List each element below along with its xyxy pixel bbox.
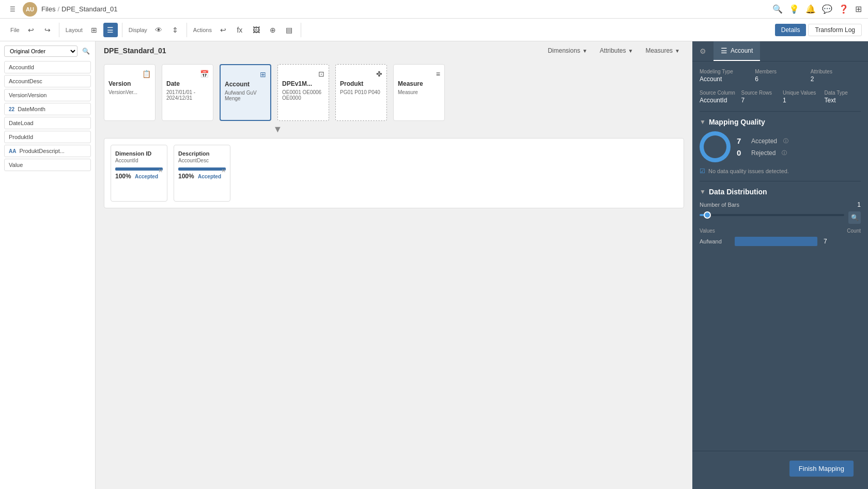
mapping-card-title: Dimension ID — [115, 150, 163, 157]
mapping-area: Dimension ID AccountId ✕ 100% Accepted D… — [104, 138, 684, 208]
list-view-button[interactable]: ☰ — [103, 23, 118, 37]
dpev1m-card[interactable]: ⊡ DPEv1M... OE0001 OE0006 OE0000 — [277, 64, 329, 121]
info-grid-1: Modeling Type Account Members 6 Attribut… — [700, 69, 861, 83]
version-card[interactable]: 📋 Version VersionVer... — [104, 64, 156, 121]
version-card-title: Version — [109, 80, 151, 87]
number-of-bars-value: 1 — [857, 201, 861, 208]
quality-circle — [700, 131, 731, 162]
details-tab-icon: ☰ — [721, 47, 727, 55]
redo-button[interactable]: ↪ — [40, 23, 55, 37]
source-rows-item: Source Rows 7 — [741, 90, 778, 104]
no-issues-row: ☑ No data quality issues detected. — [700, 167, 861, 175]
measures-filter[interactable]: Measures ▼ — [641, 45, 684, 56]
action-back-button[interactable]: ↩ — [216, 23, 230, 37]
attributes-filter[interactable]: Attributes ▼ — [596, 45, 638, 56]
datemonth-badge: 22 — [9, 106, 14, 112]
measures-arrow-icon: ▼ — [675, 48, 680, 54]
accepted-count: 7 — [737, 136, 747, 145]
measure-card-title: Measure — [398, 80, 440, 87]
rejected-info-icon: ⓘ — [782, 149, 787, 157]
sidebar-item-produktdescript[interactable]: AA ProduktDescript... — [4, 145, 91, 157]
sidebar-item-accountid[interactable]: AccountId — [4, 61, 91, 73]
mapping-quality-header[interactable]: ▼ Mapping Quality — [700, 118, 861, 126]
modeling-type-label: Modeling Type — [700, 69, 750, 74]
settings-tab-icon: ⚙ — [700, 47, 706, 55]
info-grid-2: Source Column AccountId Source Rows 7 Un… — [700, 90, 861, 104]
table-button[interactable]: ▤ — [282, 23, 297, 37]
members-label: Members — [755, 69, 805, 74]
mapping-card-description[interactable]: Description AccountDesc ✕ 100% Accepted — [174, 145, 230, 202]
apps-icon[interactable]: ⊞ — [855, 4, 862, 14]
checkbox-icon: ☑ — [700, 167, 705, 175]
mapping-card-subtitle: AccountId — [115, 158, 163, 163]
chat-icon[interactable]: 💬 — [822, 4, 832, 14]
toolbar-layout-section: Layout ⊞ ☰ — [61, 23, 122, 37]
mapping-pct: 100% — [178, 173, 194, 180]
sidebar-item-label: ProduktId — [9, 134, 33, 140]
source-column-value: AccountId — [700, 97, 736, 104]
sidebar-item-dateload[interactable]: DateLoad — [4, 117, 91, 129]
sidebar-item-accountdesc[interactable]: AccountDesc — [4, 75, 91, 87]
mapping-card-close-icon[interactable]: ✕ — [158, 167, 163, 174]
mapping-accepted-label: Accepted — [198, 174, 221, 179]
grid-view-button[interactable]: ⊞ — [87, 23, 101, 37]
search-icon[interactable]: 🔍 — [772, 4, 783, 14]
breadcrumb-file[interactable]: DPE_Standard_01 — [61, 5, 117, 13]
canvas-filters: Dimensions ▼ Attributes ▼ Measures ▼ — [544, 45, 684, 56]
arrows-button[interactable]: ⇕ — [168, 23, 182, 37]
data-type-label: Data Type — [825, 90, 861, 96]
toolbar-display-section: Display 👁 ⇕ — [125, 23, 187, 37]
sort-select[interactable]: Original Order — [4, 45, 78, 57]
dimensions-filter[interactable]: Dimensions ▼ — [544, 45, 592, 56]
slider-thumb[interactable] — [704, 211, 711, 219]
sidebar-item-produktid[interactable]: ProduktId — [4, 131, 91, 143]
produkt-card[interactable]: ✤ Produkt PG01 P010 P040 — [335, 64, 387, 121]
breadcrumb-sep: / — [57, 5, 59, 13]
sidebar-item-label: AccountDesc — [9, 78, 42, 84]
notifications-icon[interactable]: 🔔 — [805, 4, 816, 14]
sidebar-header: Original Order 🔍 — [4, 45, 91, 57]
mapping-card-close-icon[interactable]: ✕ — [221, 167, 226, 174]
data-distribution-header[interactable]: ▼ Data Distribution — [700, 188, 861, 196]
breadcrumb-files[interactable]: Files — [41, 5, 55, 13]
menu-icon[interactable]: ☰ — [6, 3, 19, 16]
mapping-accepted-label: Accepted — [135, 174, 158, 179]
sidebar-item-versionversion[interactable]: VersionVersion — [4, 89, 91, 101]
unique-values-value: 1 — [783, 97, 819, 104]
divider-2 — [700, 181, 861, 181]
quality-row: 7 Accepted ⓘ 0 Rejected ⓘ — [700, 131, 861, 162]
sidebar-item-label: DateMonth — [18, 106, 45, 112]
details-tab[interactable]: ☰ Account — [714, 41, 760, 61]
rejected-label: Rejected — [751, 149, 776, 157]
account-card-title: Account — [225, 81, 266, 88]
merge-button[interactable]: ⊕ — [266, 23, 280, 37]
date-card-subtitle: 2017/01/01 - 2024/12/31 — [166, 89, 209, 101]
formula-button[interactable]: fx — [233, 23, 247, 37]
sidebar-item-label: AccountId — [9, 64, 34, 70]
date-card[interactable]: 📅 Date 2017/01/01 - 2024/12/31 — [162, 64, 213, 121]
measure-card[interactable]: ≡ Measure Measure — [393, 64, 445, 121]
divider-1 — [700, 111, 861, 112]
accepted-stat: 7 Accepted ⓘ — [737, 136, 788, 145]
settings-tab[interactable]: ⚙ — [692, 42, 714, 60]
account-card[interactable]: ⊞ Account Aufwand GuV Menge — [220, 64, 271, 121]
details-tab-button[interactable]: Details — [775, 24, 807, 36]
transform-log-tab-button[interactable]: Transform Log — [808, 24, 862, 36]
mapping-card-dimensionid[interactable]: Dimension ID AccountId ✕ 100% Accepted — [111, 145, 167, 202]
attributes-value: 2 — [811, 75, 861, 83]
main-layout: Original Order 🔍 AccountId AccountDesc V… — [0, 41, 868, 489]
image-button[interactable]: 🖼 — [249, 23, 264, 37]
help-icon[interactable]: ❓ — [839, 4, 849, 14]
lightbulb-icon[interactable]: 💡 — [789, 4, 799, 14]
sidebar-item-datemonth[interactable]: 22 DateMonth — [4, 103, 91, 115]
undo-button[interactable]: ↩ — [24, 23, 38, 37]
unique-values-label: Unique Values — [783, 90, 819, 96]
slider-search-icon[interactable]: 🔍 — [848, 211, 861, 224]
finish-mapping-button[interactable]: Finish Mapping — [789, 461, 854, 477]
sidebar-item-value[interactable]: Value — [4, 159, 91, 171]
mapping-card-bar — [115, 167, 163, 171]
account-card-subtitle: Aufwand GuV Menge — [225, 90, 266, 101]
eye-button[interactable]: 👁 — [151, 23, 166, 37]
top-right-icons: 🔍 💡 🔔 💬 ❓ ⊞ — [772, 4, 862, 14]
sidebar-search-icon[interactable]: 🔍 — [81, 46, 91, 56]
